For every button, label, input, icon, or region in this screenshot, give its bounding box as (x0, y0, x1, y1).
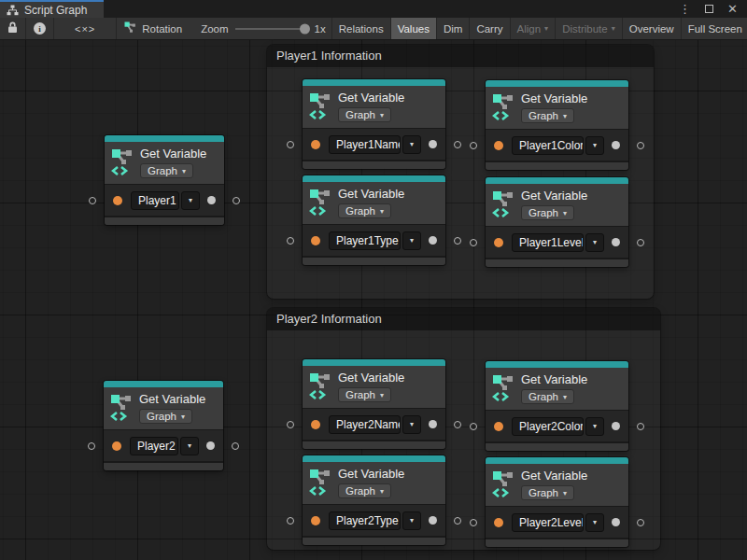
overview-button[interactable]: Overview (623, 18, 681, 39)
node-get-variable-player2color[interactable]: Get Variable Graph ▾ Player2Color ▾ (486, 361, 628, 451)
variable-dropdown[interactable]: Player1Level ▾ (512, 233, 604, 252)
node-get-variable-player2[interactable]: Get Variable Graph ▾ Player2 ▾ (104, 381, 223, 470)
node-header[interactable]: Get Variable Graph ▾ (104, 387, 223, 429)
connection-point-right[interactable] (637, 423, 644, 430)
node-header[interactable]: Get Variable Graph ▾ (105, 142, 224, 184)
variable-dropdown[interactable]: Player1Type ▾ (329, 231, 421, 250)
connection-point-right[interactable] (232, 442, 239, 450)
variable-dropdown[interactable]: Player2 ▾ (130, 437, 199, 455)
input-port[interactable] (494, 141, 503, 150)
tab-script-graph[interactable]: Script Graph (0, 0, 104, 18)
input-port[interactable] (311, 516, 320, 525)
node-get-variable-player1type[interactable]: Get Variable Graph ▾ Player1Type ▾ (303, 175, 445, 265)
graph-source-dropdown[interactable]: Graph ▾ (338, 107, 391, 122)
connection-point-left[interactable] (470, 519, 477, 526)
fullscreen-button[interactable]: Full Screen (682, 18, 747, 39)
node-header[interactable]: Get Variable Graph ▾ (486, 464, 628, 506)
connection-point-right[interactable] (454, 421, 461, 428)
output-port[interactable] (429, 140, 437, 148)
node-get-variable-player2name[interactable]: Get Variable Graph ▾ Player2Name ▾ (303, 359, 445, 449)
graph-source-dropdown[interactable]: Graph ▾ (338, 483, 391, 498)
info-button[interactable]: i (26, 18, 53, 39)
values-button[interactable]: Values (391, 18, 436, 39)
output-port[interactable] (612, 422, 620, 430)
group-header[interactable]: Player1 Information (267, 45, 654, 67)
maximize-icon[interactable] (705, 3, 713, 15)
node-header[interactable]: Get Variable Graph ▾ (303, 366, 445, 408)
node-get-variable-player1name[interactable]: Get Variable Graph ▾ Player1Name ▾ (303, 79, 445, 169)
graph-source-dropdown[interactable]: Graph ▾ (338, 387, 391, 402)
connection-point-right[interactable] (637, 239, 644, 246)
connection-point-right[interactable] (637, 519, 644, 526)
align-button[interactable]: Align ▾ (511, 18, 556, 39)
connection-point-left[interactable] (89, 197, 96, 204)
carry-button[interactable]: Carry (470, 18, 509, 39)
graph-source-dropdown[interactable]: Graph ▾ (521, 205, 574, 220)
connection-point-left[interactable] (470, 423, 477, 430)
lock-button[interactable] (0, 18, 25, 39)
output-port[interactable] (429, 516, 437, 525)
node-get-variable-player2level[interactable]: Get Variable Graph ▾ Player2Level ▾ (486, 457, 628, 547)
connection-point-right[interactable] (454, 517, 461, 525)
distribute-button[interactable]: Distribute ▾ (556, 18, 622, 39)
input-port[interactable] (494, 238, 503, 247)
variable-dropdown[interactable]: Player2Name ▾ (329, 415, 421, 434)
node-get-variable-player1level[interactable]: Get Variable Graph ▾ Player1Level ▾ (486, 177, 628, 267)
output-port[interactable] (429, 236, 437, 245)
zoom-slider[interactable] (235, 18, 308, 39)
variable-dropdown[interactable]: Player1Color ▾ (512, 136, 604, 155)
connection-point-left[interactable] (287, 421, 294, 428)
connection-point-left[interactable] (470, 142, 477, 149)
connection-point-left[interactable] (287, 237, 294, 245)
connection-point-right[interactable] (454, 141, 461, 148)
graph-source-dropdown[interactable]: Graph ▾ (521, 485, 574, 500)
dim-button[interactable]: Dim (437, 18, 469, 39)
connection-point-left[interactable] (88, 442, 95, 450)
connection-point-left[interactable] (287, 141, 294, 148)
group-header[interactable]: Player2 Information (267, 308, 660, 330)
input-port[interactable] (311, 420, 320, 429)
connection-point-right[interactable] (233, 197, 240, 204)
output-port[interactable] (429, 420, 437, 428)
input-port[interactable] (311, 140, 320, 149)
menu-icon[interactable]: ⋮ (679, 3, 691, 15)
graph-source-dropdown[interactable]: Graph ▾ (521, 108, 574, 123)
output-port[interactable] (206, 441, 215, 450)
input-port[interactable] (494, 518, 503, 527)
graph-source-dropdown[interactable]: Graph ▾ (521, 389, 574, 404)
input-port[interactable] (311, 236, 320, 245)
zoom-reset-button[interactable]: <×> (54, 18, 116, 39)
node-get-variable-player2type[interactable]: Get Variable Graph ▾ Player2Type ▾ (303, 455, 445, 545)
connection-point-left[interactable] (470, 239, 477, 246)
node-get-variable-player1[interactable]: Get Variable Graph ▾ Player1 ▾ (105, 135, 224, 225)
close-icon[interactable]: ✕ (727, 3, 738, 15)
connection-point-right[interactable] (637, 142, 644, 149)
node-get-variable-player1color[interactable]: Get Variable Graph ▾ Player1Color ▾ (486, 80, 628, 170)
node-header[interactable]: Get Variable Graph ▾ (486, 87, 628, 129)
connection-point-left[interactable] (287, 517, 294, 525)
zoom-slider-thumb[interactable] (300, 23, 310, 34)
output-port[interactable] (207, 196, 216, 204)
node-header[interactable]: Get Variable Graph ▾ (486, 184, 628, 226)
connection-point-right[interactable] (454, 237, 461, 245)
node-header[interactable]: Get Variable Graph ▾ (486, 368, 628, 410)
output-port[interactable] (612, 141, 620, 149)
node-header[interactable]: Get Variable Graph ▾ (303, 182, 445, 224)
input-port[interactable] (113, 196, 122, 205)
output-port[interactable] (612, 518, 620, 526)
node-header[interactable]: Get Variable Graph ▾ (303, 462, 445, 504)
graph-source-dropdown[interactable]: Graph ▾ (338, 203, 391, 218)
input-port[interactable] (112, 441, 121, 451)
relations-button[interactable]: Relations (332, 18, 390, 39)
graph-canvas[interactable]: Player1 Information Player2 Information (0, 40, 747, 560)
input-port[interactable] (494, 422, 503, 431)
variable-dropdown[interactable]: Player1Name ▾ (329, 135, 421, 154)
node-header[interactable]: Get Variable Graph ▾ (303, 86, 445, 128)
output-port[interactable] (612, 238, 620, 246)
variable-dropdown[interactable]: Player1 ▾ (131, 191, 200, 210)
variable-dropdown[interactable]: Player2Color ▾ (512, 417, 604, 436)
variable-dropdown[interactable]: Player2Type ▾ (329, 511, 421, 530)
graph-source-dropdown[interactable]: Graph ▾ (140, 163, 193, 178)
graph-source-dropdown[interactable]: Graph ▾ (139, 409, 192, 424)
variable-dropdown[interactable]: Player2Level ▾ (512, 513, 604, 532)
